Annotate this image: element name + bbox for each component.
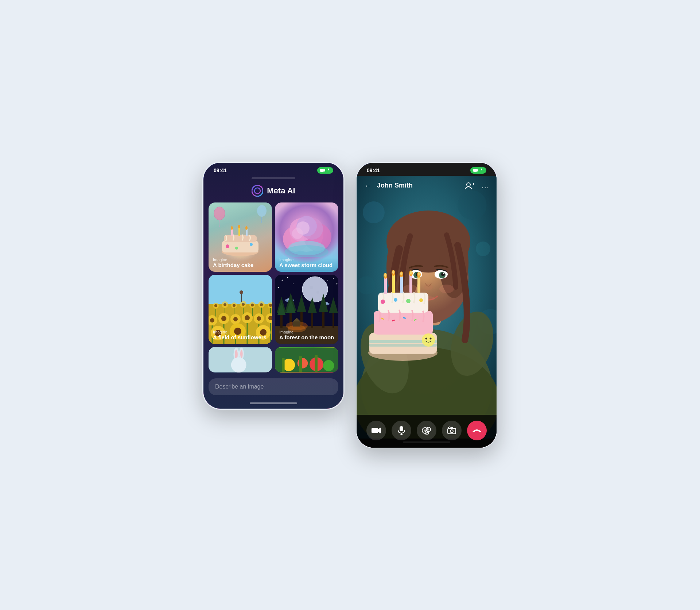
describe-placeholder: Describe an image bbox=[215, 383, 264, 390]
svg-rect-129 bbox=[473, 169, 477, 172]
svg-marker-198 bbox=[378, 428, 381, 433]
svg-point-157 bbox=[424, 284, 433, 290]
rabbit-svg bbox=[209, 347, 272, 372]
sunflower-imagine-text: Imagine bbox=[213, 330, 267, 334]
svg-rect-8 bbox=[224, 235, 257, 242]
card-cloud[interactable]: Imagine A sweet storm cloud bbox=[275, 202, 338, 272]
svg-point-194 bbox=[467, 183, 470, 186]
flip-camera-button[interactable] bbox=[442, 421, 462, 440]
card-sunflower[interactable]: Imagine A field of sunflowers bbox=[209, 275, 272, 344]
svg-point-44 bbox=[260, 303, 263, 306]
video-scene-svg bbox=[357, 176, 497, 439]
card-colorful[interactable] bbox=[275, 347, 338, 372]
svg-point-17 bbox=[235, 247, 238, 250]
svg-point-38 bbox=[233, 304, 236, 307]
card-rabbit[interactable] bbox=[209, 347, 272, 372]
svg-point-180 bbox=[410, 271, 412, 274]
svg-point-86 bbox=[293, 283, 293, 284]
svg-point-186 bbox=[419, 298, 423, 302]
svg-point-174 bbox=[384, 273, 386, 277]
video-background: ← John Smith ... bbox=[357, 176, 497, 439]
svg-rect-172 bbox=[417, 276, 420, 293]
svg-point-89 bbox=[337, 283, 338, 284]
svg-point-192 bbox=[425, 337, 427, 339]
svg-point-119 bbox=[240, 350, 243, 358]
svg-point-185 bbox=[406, 299, 411, 303]
cloud-svg bbox=[277, 210, 336, 257]
end-call-icon bbox=[472, 427, 482, 434]
balloon-svg bbox=[212, 206, 227, 228]
notch-pill-left bbox=[252, 177, 295, 179]
svg-rect-31 bbox=[209, 275, 272, 304]
svg-rect-168 bbox=[384, 277, 387, 294]
status-bar-left: 09:41 bbox=[203, 163, 343, 176]
svg-point-40 bbox=[242, 303, 245, 306]
svg-rect-126 bbox=[282, 358, 285, 372]
cake-card-label: Imagine A birthday cake bbox=[213, 258, 253, 268]
back-arrow[interactable]: ← bbox=[364, 181, 372, 190]
colorful-svg bbox=[275, 347, 338, 372]
svg-rect-127 bbox=[299, 356, 302, 372]
video-call-screen: ← John Smith ... bbox=[357, 176, 497, 439]
camera-button[interactable] bbox=[366, 421, 386, 440]
cloud-imagine-text: Imagine bbox=[279, 258, 332, 262]
svg-point-91 bbox=[278, 287, 279, 288]
status-bar-right: 09:41 bbox=[357, 163, 497, 176]
cloud-subject-text: A sweet storm cloud bbox=[279, 262, 332, 268]
svg-point-156 bbox=[443, 273, 444, 274]
svg-point-88 bbox=[333, 278, 334, 279]
home-bar-left bbox=[250, 402, 297, 404]
svg-rect-197 bbox=[372, 428, 378, 433]
svg-point-136 bbox=[476, 242, 490, 256]
svg-point-83 bbox=[310, 286, 313, 289]
svg-point-55 bbox=[210, 318, 214, 323]
svg-point-207 bbox=[426, 432, 428, 433]
svg-point-16 bbox=[250, 243, 253, 246]
cake-svg bbox=[218, 224, 262, 261]
add-person-icon[interactable] bbox=[465, 182, 474, 190]
svg-rect-171 bbox=[409, 275, 412, 293]
svg-point-178 bbox=[400, 272, 402, 275]
svg-point-28 bbox=[292, 228, 303, 239]
phone-right: 09:41 bbox=[355, 162, 498, 449]
time-right: 09:41 bbox=[367, 167, 380, 173]
cake-subject-text: A birthday cake bbox=[213, 262, 253, 268]
svg-point-125 bbox=[323, 360, 334, 371]
more-options-button[interactable]: ... bbox=[482, 181, 489, 190]
svg-point-184 bbox=[394, 298, 397, 302]
svg-point-205 bbox=[427, 428, 429, 430]
home-indicator-left bbox=[203, 399, 343, 409]
svg-point-209 bbox=[450, 430, 453, 433]
status-icons-right bbox=[470, 167, 486, 174]
svg-rect-105 bbox=[311, 311, 313, 328]
card-moon[interactable]: Imagine A forest on the moon bbox=[275, 275, 338, 344]
svg-point-36 bbox=[223, 303, 226, 306]
card-cake[interactable]: Imagine A birthday cake bbox=[209, 202, 272, 272]
svg-rect-128 bbox=[315, 355, 318, 372]
camera-indicator-left bbox=[317, 167, 333, 174]
camera-indicator-right bbox=[470, 167, 486, 174]
mic-icon bbox=[398, 426, 405, 435]
mic-button[interactable] bbox=[392, 421, 411, 440]
svg-point-182 bbox=[418, 272, 420, 276]
svg-marker-1 bbox=[324, 169, 325, 172]
svg-point-15 bbox=[226, 244, 229, 248]
call-header: ← John Smith ... bbox=[357, 176, 497, 196]
svg-rect-9 bbox=[231, 229, 233, 236]
svg-point-84 bbox=[316, 291, 319, 294]
svg-point-90 bbox=[327, 280, 328, 281]
svg-point-20 bbox=[257, 205, 267, 217]
svg-rect-0 bbox=[320, 169, 324, 172]
phone-left: 09:41 bbox=[202, 162, 345, 410]
bottom-partial-row bbox=[203, 347, 343, 372]
svg-rect-11 bbox=[246, 229, 248, 236]
phones-container: 09:41 bbox=[202, 162, 498, 449]
describe-input[interactable]: Describe an image bbox=[209, 378, 338, 395]
svg-point-137 bbox=[357, 276, 376, 294]
call-header-actions: ... bbox=[465, 181, 489, 190]
end-call-button[interactable] bbox=[467, 421, 487, 440]
svg-rect-210 bbox=[450, 427, 453, 429]
svg-point-193 bbox=[430, 337, 432, 339]
effects-button[interactable] bbox=[417, 421, 436, 440]
image-grid: Imagine A birthday cake bbox=[203, 202, 343, 344]
